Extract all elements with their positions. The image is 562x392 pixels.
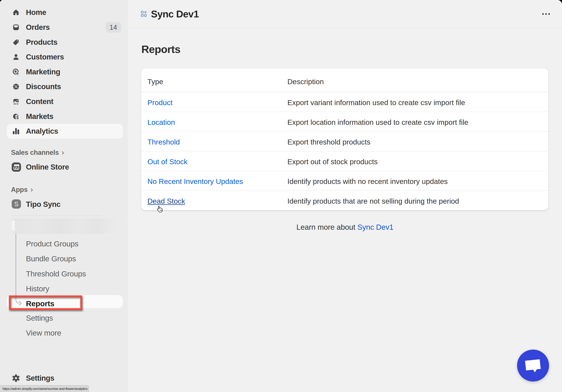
svg-text:$: $: [16, 115, 19, 120]
svg-text:S: S: [14, 200, 19, 208]
